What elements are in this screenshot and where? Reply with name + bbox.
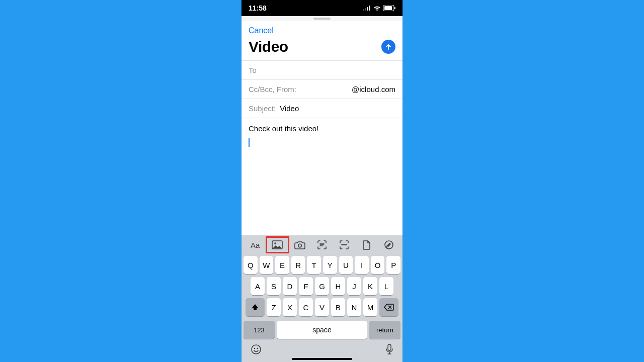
key-v[interactable]: V [315, 298, 329, 316]
svg-rect-0 [363, 9, 364, 11]
photo-icon[interactable] [267, 237, 288, 252]
key-r[interactable]: R [291, 256, 305, 274]
cc-label: Cc/Bcc, From: [249, 85, 296, 94]
svg-rect-6 [394, 7, 395, 9]
return-key[interactable]: return [369, 321, 400, 339]
compose-sheet: Cancel Video To Cc/Bcc, From: @icloud.co… [242, 21, 403, 154]
cancel-button[interactable]: Cancel [242, 21, 403, 36]
key-u[interactable]: U [339, 256, 353, 274]
svg-point-9 [298, 244, 301, 247]
svg-point-12 [254, 348, 255, 349]
key-l[interactable]: L [379, 277, 393, 295]
key-j[interactable]: J [347, 277, 361, 295]
key-i[interactable]: I [355, 256, 369, 274]
keyboard-row-2: ASDFGHJKL [242, 276, 403, 297]
svg-point-8 [275, 242, 277, 244]
phone-frame: 11:58 Cancel Video To Cc/Bcc, From: @icl… [242, 0, 403, 362]
markup-icon[interactable] [378, 237, 399, 252]
to-field[interactable]: To [242, 60, 403, 79]
keyboard-footer [242, 341, 403, 356]
svg-rect-14 [388, 344, 391, 350]
battery-icon [383, 5, 395, 11]
scan-document-icon[interactable] [334, 237, 355, 252]
key-t[interactable]: T [307, 256, 321, 274]
message-body[interactable]: Check out this video! [242, 118, 403, 154]
key-f[interactable]: F [299, 277, 313, 295]
keyboard-row-3: ZXCVBNM [242, 297, 403, 318]
key-p[interactable]: P [386, 256, 400, 274]
home-indicator[interactable] [292, 358, 352, 360]
shift-key[interactable] [246, 298, 265, 316]
key-n[interactable]: N [347, 298, 361, 316]
compose-title: Video [249, 38, 288, 55]
key-d[interactable]: D [283, 277, 297, 295]
subject-value: Video [280, 104, 299, 113]
key-z[interactable]: Z [267, 298, 281, 316]
keyboard-toolbar: Aa [242, 235, 403, 254]
key-b[interactable]: B [331, 298, 345, 316]
numbers-key[interactable]: 123 [244, 321, 275, 339]
keyboard: Aa QWERTYUIOP ASDFGHJKL [242, 235, 403, 362]
key-h[interactable]: H [331, 277, 345, 295]
key-e[interactable]: E [275, 256, 289, 274]
key-x[interactable]: X [283, 298, 297, 316]
subject-field[interactable]: Subject: Video [242, 99, 403, 118]
dictation-icon[interactable] [385, 344, 393, 355]
status-bar: 11:58 [242, 0, 403, 16]
cc-from-field[interactable]: Cc/Bcc, From: @icloud.com [242, 79, 403, 99]
body-text: Check out this video! [249, 124, 318, 133]
from-value: @icloud.com [352, 85, 395, 94]
key-q[interactable]: Q [244, 256, 258, 274]
key-g[interactable]: G [315, 277, 329, 295]
cellular-icon [363, 6, 371, 11]
key-w[interactable]: W [260, 256, 274, 274]
wifi-icon [373, 6, 381, 11]
svg-point-11 [252, 345, 261, 354]
status-indicators [363, 5, 395, 11]
key-a[interactable]: A [251, 277, 265, 295]
key-c[interactable]: C [299, 298, 313, 316]
shift-icon [251, 303, 259, 311]
key-s[interactable]: S [267, 277, 281, 295]
status-time: 11:58 [249, 4, 267, 12]
space-key[interactable]: space [277, 321, 367, 339]
key-m[interactable]: M [363, 298, 377, 316]
scan-text-icon[interactable] [311, 237, 333, 252]
emoji-icon[interactable] [251, 344, 262, 355]
svg-point-13 [257, 348, 258, 349]
text-cursor [249, 138, 250, 147]
keyboard-row-1: QWERTYUIOP [242, 254, 403, 276]
file-icon[interactable] [356, 237, 377, 252]
arrow-up-icon [385, 43, 392, 50]
sheet-handle[interactable] [242, 16, 403, 21]
key-k[interactable]: K [363, 277, 377, 295]
text-format-icon[interactable]: Aa [245, 237, 266, 252]
camera-icon[interactable] [289, 237, 310, 252]
svg-rect-3 [369, 6, 370, 11]
delete-icon [384, 304, 394, 311]
key-o[interactable]: O [371, 256, 385, 274]
subject-label: Subject: [249, 104, 276, 113]
send-button[interactable] [381, 40, 395, 54]
svg-rect-2 [367, 7, 368, 11]
key-y[interactable]: Y [323, 256, 337, 274]
keyboard-bottom-row: 123 space return [242, 318, 403, 341]
svg-rect-5 [384, 6, 392, 10]
to-label: To [249, 66, 257, 74]
svg-rect-1 [365, 8, 366, 11]
delete-key[interactable] [379, 298, 398, 316]
